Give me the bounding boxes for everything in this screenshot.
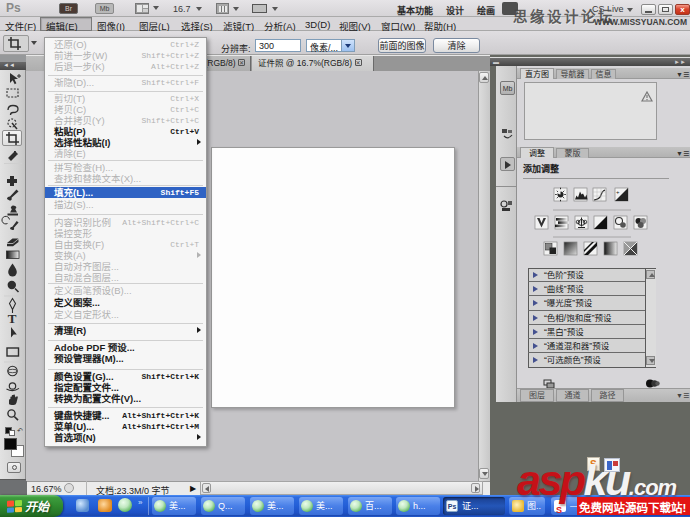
svg-text:T: T: [8, 311, 17, 326]
svg-text:+: +: [616, 189, 620, 195]
